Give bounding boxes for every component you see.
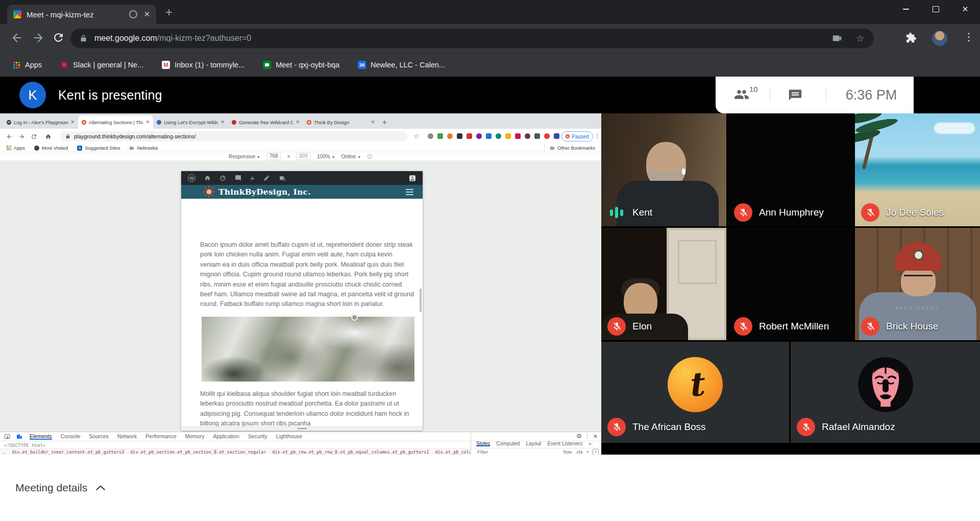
shared-bookmark-most-visited[interactable]: Most Visited: [34, 145, 68, 151]
computed-tab[interactable]: Computed: [496, 441, 520, 446]
drag-handle-dot[interactable]: [351, 314, 358, 321]
participant-tile-brick-house[interactable]: PACE NEEDL Brick House: [855, 228, 980, 340]
event-listeners-tab[interactable]: Event Listeners: [547, 441, 582, 446]
edit-pencil-icon[interactable]: [263, 175, 270, 181]
window-close-button[interactable]: ✕: [950, 0, 980, 18]
back-icon[interactable]: [10, 31, 23, 44]
tab-close-icon[interactable]: ✕: [70, 120, 75, 125]
layout-grid-icon[interactable]: +: [593, 449, 599, 455]
comments-icon[interactable]: [235, 175, 241, 181]
layout-tab[interactable]: Layout: [526, 441, 541, 446]
devtools-tab-application[interactable]: Application: [213, 433, 239, 440]
hov-toggle[interactable]: :hov: [562, 449, 572, 455]
window-minimize-button[interactable]: [891, 0, 921, 18]
devtools-tab-console[interactable]: Console: [61, 433, 81, 440]
shared-new-tab-button[interactable]: +: [382, 117, 387, 126]
wordpress-logo-icon[interactable]: W: [188, 174, 195, 182]
breadcrumb[interactable]: div.et_pb_row.et_pb_row_0.et_pb_equal_co…: [272, 449, 429, 455]
browser-tab-meet[interactable]: Meet - mqi-kizm-tez ✕: [7, 5, 156, 24]
shared-tab-wildcard-cert[interactable]: Generate free Wildcard Certific ✕: [228, 115, 303, 129]
new-rule-plus-icon[interactable]: +: [586, 449, 589, 455]
wp-user-avatar-icon[interactable]: [409, 175, 416, 182]
participants-button[interactable]: 10: [734, 87, 749, 102]
reload-icon[interactable]: [31, 133, 37, 140]
devtools-tab-sources[interactable]: Sources: [89, 433, 109, 440]
performance-gauge-icon[interactable]: [219, 175, 226, 181]
devtools-tab-lighthouse[interactable]: Lighthouse: [276, 433, 302, 440]
updates-box-icon[interactable]: [279, 175, 286, 181]
device-mode-select[interactable]: Responsive ▼: [229, 154, 260, 159]
devtools-tab-elements[interactable]: Elements: [30, 433, 52, 440]
tab-close-icon[interactable]: ✕: [143, 10, 150, 19]
tab-close-icon[interactable]: ✕: [220, 120, 225, 125]
bookmark-star-icon[interactable]: ☆: [856, 33, 865, 44]
rotate-icon[interactable]: [367, 154, 373, 159]
new-tab-button[interactable]: +: [165, 6, 173, 18]
preview-scrollbar[interactable]: [420, 289, 422, 312]
shared-tab-thinkbydesign[interactable]: Think By Design ✕: [303, 115, 378, 129]
zoom-select[interactable]: 100% ▼: [317, 154, 335, 159]
tab-close-icon[interactable]: ✕: [371, 120, 375, 125]
viewport-resize-handle[interactable]: [181, 427, 423, 431]
shared-address-bar[interactable]: playground.thinkbydesign.com/alternating…: [60, 131, 407, 141]
bookmark-slack[interactable]: Slack | general | Ne...: [60, 61, 143, 69]
viewport-height-input[interactable]: 809: [296, 153, 311, 160]
participant-tile-the-african-boss[interactable]: t The African Boss: [601, 342, 789, 443]
participant-tile-kent[interactable]: Kent: [601, 113, 726, 226]
dom-doctype-line[interactable]: <!DOCTYPE html>: [4, 443, 45, 448]
panel-overflow-icon[interactable]: »: [589, 441, 592, 446]
other-bookmarks-button[interactable]: Other Bookmarks: [544, 144, 601, 152]
shared-browser-menu-icon[interactable]: ⋮: [594, 132, 600, 139]
chat-button[interactable]: [788, 88, 802, 102]
breadcrumb[interactable]: div.et_pb_column.et_pb_column_1_2.et_pb_…: [435, 449, 471, 455]
meeting-details-button[interactable]: Meeting details: [15, 455, 106, 521]
forward-icon[interactable]: [32, 31, 45, 44]
camera-in-use-icon[interactable]: [831, 33, 843, 44]
home-icon[interactable]: [45, 133, 52, 140]
device-toolbar-toggle-icon[interactable]: [16, 434, 22, 440]
shared-bookmark-nebraska[interactable]: Nebraska: [129, 145, 158, 151]
shared-tab-login[interactable]: W Log In ‹ Alex's Playground — W ✕: [3, 115, 78, 129]
devtools-tab-memory[interactable]: Memory: [185, 433, 204, 440]
shared-tab-lets-encrypt[interactable]: Using Let's Encrypt Wildcard S ✕: [153, 115, 228, 129]
bookmark-star-icon[interactable]: ☆: [413, 132, 420, 140]
paused-extension-badge[interactable]: Paused: [561, 131, 593, 141]
extensions-puzzle-icon[interactable]: [905, 32, 917, 43]
cls-toggle[interactable]: .cls: [575, 449, 582, 455]
participant-tile-robert-mcmillen[interactable]: Robert McMillen: [728, 228, 853, 340]
new-content-icon[interactable]: +: [250, 174, 255, 182]
participant-tile-rafael-almandoz[interactable]: Rafael Almandoz: [791, 342, 980, 443]
forward-icon[interactable]: [18, 133, 25, 140]
back-icon[interactable]: [6, 133, 13, 140]
reload-icon[interactable]: [52, 31, 65, 44]
tab-close-icon[interactable]: ✕: [145, 120, 150, 125]
bookmark-apps[interactable]: Apps: [12, 61, 42, 69]
browser-menu-icon[interactable]: ⋮: [964, 31, 974, 43]
devtools-tab-security[interactable]: Security: [248, 433, 267, 440]
window-maximize-button[interactable]: [921, 0, 950, 18]
breadcrumb-overflow-icon[interactable]: …: [3, 449, 6, 455]
extension-icons[interactable]: [428, 133, 569, 139]
styles-filter-input[interactable]: [476, 448, 534, 455]
breadcrumb[interactable]: div.et_builder_inner_content.et_pb_gutte…: [12, 449, 124, 455]
devtools-tab-performance[interactable]: Performance: [145, 433, 176, 440]
profile-avatar[interactable]: [932, 31, 947, 46]
shared-bookmark-suggested-sites[interactable]: b Suggested Sites: [77, 145, 120, 151]
styles-tab[interactable]: Styles: [476, 441, 490, 446]
participant-tile-jo-dee-soles[interactable]: Jo Dee Soles: [855, 113, 980, 226]
bookmark-newlee-calendar[interactable]: 16 Newlee, LLC - Calen...: [358, 61, 445, 69]
hamburger-menu-icon[interactable]: [406, 189, 413, 195]
participant-tile-elon[interactable]: Elon: [601, 228, 726, 340]
bookmark-inbox[interactable]: M Inbox (1) - tommyle...: [162, 61, 244, 69]
viewport-width-input[interactable]: 768: [266, 153, 281, 160]
inspect-element-icon[interactable]: [4, 434, 10, 440]
tab-close-icon[interactable]: ✕: [296, 120, 300, 125]
participant-tile-ann-humphrey[interactable]: Ann Humphrey: [728, 113, 853, 226]
shared-tab-alternating-sections[interactable]: Alternating Sections | ThinkByD ✕: [78, 115, 153, 129]
shared-bookmark-apps[interactable]: Apps: [6, 145, 25, 151]
bookmark-meet[interactable]: Meet - qxj-oybt-bqa: [263, 61, 339, 69]
site-home-icon[interactable]: [204, 175, 211, 181]
devtools-tab-network[interactable]: Network: [117, 433, 137, 440]
throttling-select[interactable]: Online ▼: [341, 154, 361, 159]
breadcrumb[interactable]: div.et_pb_section.et_pb_section_0.et_sec…: [130, 449, 266, 455]
